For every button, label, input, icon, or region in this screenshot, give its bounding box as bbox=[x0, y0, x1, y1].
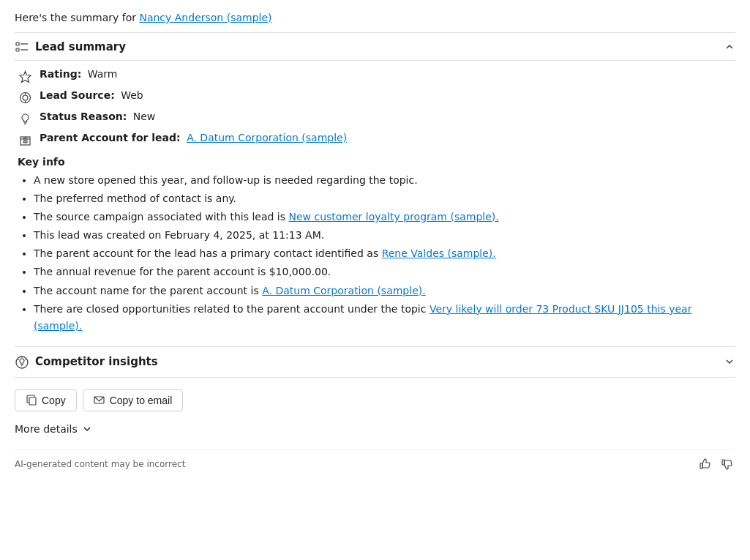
svg-rect-15 bbox=[23, 138, 25, 139]
lead-summary-header: Lead summary bbox=[15, 32, 735, 61]
key-info-list: A new store opened this year, and follow… bbox=[18, 172, 735, 335]
thumbs-down-button[interactable] bbox=[719, 456, 735, 472]
competitor-insights-title: Competitor insights bbox=[35, 355, 158, 368]
bulb-icon bbox=[18, 111, 32, 126]
parent-account-content: Parent Account for lead: A. Datum Corpor… bbox=[40, 132, 347, 143]
lead-summary-icon bbox=[15, 40, 29, 54]
thumbs-up-button[interactable] bbox=[697, 456, 713, 472]
lead-summary-header-left: Lead summary bbox=[15, 39, 126, 54]
competitor-insights-header-left: Competitor insights bbox=[15, 354, 158, 370]
key-info-item-6-text: The account name for the parent account … bbox=[34, 285, 262, 296]
intro-line: Here's the summary for Nancy Anderson (s… bbox=[15, 12, 735, 23]
competitor-insights-header: Competitor insights bbox=[15, 347, 735, 378]
list-item: The source campaign associated with this… bbox=[34, 209, 735, 225]
campaign-link[interactable]: New customer loyalty program (sample). bbox=[288, 211, 498, 223]
svg-point-17 bbox=[16, 356, 28, 368]
lead-summary-collapse-icon[interactable] bbox=[724, 41, 735, 53]
more-details-chevron-icon bbox=[82, 424, 92, 434]
action-buttons: Copy Copy to email bbox=[15, 389, 735, 411]
email-icon bbox=[94, 395, 105, 406]
copy-label: Copy bbox=[42, 395, 66, 406]
competitor-insights-expand-icon[interactable] bbox=[724, 356, 735, 367]
rating-field: Rating: Warm bbox=[15, 68, 735, 83]
status-reason-content: Status Reason: New bbox=[40, 111, 155, 122]
lead-source-label: Lead Source: bbox=[40, 89, 115, 101]
feedback-icons bbox=[697, 456, 735, 472]
competitor-insights-section: Competitor insights bbox=[15, 346, 735, 378]
parent-account-link[interactable]: A. Datum Corporation (sample) bbox=[187, 132, 347, 143]
list-item: A new store opened this year, and follow… bbox=[34, 172, 735, 189]
parent-account-field: Parent Account for lead: A. Datum Corpor… bbox=[15, 132, 735, 147]
svg-point-6 bbox=[23, 95, 28, 100]
primary-contact-link[interactable]: Rene Valdes (sample). bbox=[382, 247, 496, 259]
svg-marker-4 bbox=[20, 71, 31, 82]
svg-rect-13 bbox=[26, 141, 27, 143]
rating-content: Rating: Warm bbox=[40, 68, 117, 80]
key-info-item-2-text: The source campaign associated with this… bbox=[34, 211, 288, 223]
list-item: The annual revenue for the parent accoun… bbox=[34, 264, 735, 280]
more-details[interactable]: More details bbox=[15, 423, 735, 435]
svg-rect-22 bbox=[29, 397, 36, 405]
list-item: There are closed opportunities related t… bbox=[34, 301, 735, 335]
copy-to-email-button[interactable]: Copy to email bbox=[83, 389, 184, 411]
key-info-item-0: A new store opened this year, and follow… bbox=[34, 174, 418, 186]
key-info-title: Key info bbox=[18, 156, 735, 168]
svg-line-20 bbox=[18, 359, 19, 360]
target-icon bbox=[18, 90, 32, 105]
list-item: The preferred method of contact is any. bbox=[34, 190, 735, 207]
copy-button[interactable]: Copy bbox=[15, 389, 77, 411]
key-info-item-5: The annual revenue for the parent accoun… bbox=[34, 266, 331, 277]
status-reason-label: Status Reason: bbox=[40, 111, 127, 122]
contact-link[interactable]: Nancy Anderson (sample) bbox=[139, 12, 271, 23]
lead-summary-title: Lead summary bbox=[35, 40, 126, 53]
lead-source-value: Web bbox=[121, 89, 143, 101]
svg-line-21 bbox=[26, 359, 27, 360]
status-reason-field: Status Reason: New bbox=[15, 111, 735, 126]
more-details-label: More details bbox=[15, 423, 78, 435]
ai-disclaimer: AI-generated content may be incorrect bbox=[15, 459, 185, 469]
svg-rect-16 bbox=[26, 138, 27, 139]
copy-icon bbox=[26, 395, 37, 406]
lead-summary-fields: Rating: Warm Lead Source: Web bbox=[15, 68, 735, 147]
key-info-item-1: The preferred method of contact is any. bbox=[34, 193, 236, 204]
copy-to-email-label: Copy to email bbox=[110, 395, 173, 406]
rating-label: Rating: bbox=[40, 68, 81, 80]
status-reason-value: New bbox=[133, 111, 156, 122]
account-name-link[interactable]: A. Datum Corporation (sample). bbox=[262, 285, 425, 296]
svg-rect-0 bbox=[16, 42, 19, 45]
intro-text: Here's the summary for bbox=[15, 12, 139, 23]
lead-source-content: Lead Source: Web bbox=[40, 89, 143, 101]
svg-rect-24 bbox=[700, 463, 702, 468]
svg-rect-12 bbox=[23, 141, 25, 143]
building-icon bbox=[18, 132, 32, 147]
lead-source-field: Lead Source: Web bbox=[15, 89, 735, 105]
list-item: The parent account for the lead has a pr… bbox=[34, 245, 735, 262]
parent-account-label: Parent Account for lead: bbox=[40, 132, 181, 143]
rating-value: Warm bbox=[88, 68, 118, 80]
svg-rect-1 bbox=[16, 48, 19, 51]
key-info-section: Key info A new store opened this year, a… bbox=[18, 156, 735, 335]
list-item: The account name for the parent account … bbox=[34, 283, 735, 299]
list-item: This lead was created on February 4, 202… bbox=[34, 227, 735, 244]
star-icon bbox=[18, 69, 32, 83]
key-info-item-7-text: There are closed opportunities related t… bbox=[34, 303, 430, 315]
competitor-insights-icon bbox=[15, 355, 29, 370]
svg-rect-25 bbox=[722, 460, 724, 465]
key-info-item-3: This lead was created on February 4, 202… bbox=[34, 229, 324, 241]
key-info-item-4-text: The parent account for the lead has a pr… bbox=[34, 247, 382, 259]
footer: AI-generated content may be incorrect bbox=[15, 449, 735, 472]
